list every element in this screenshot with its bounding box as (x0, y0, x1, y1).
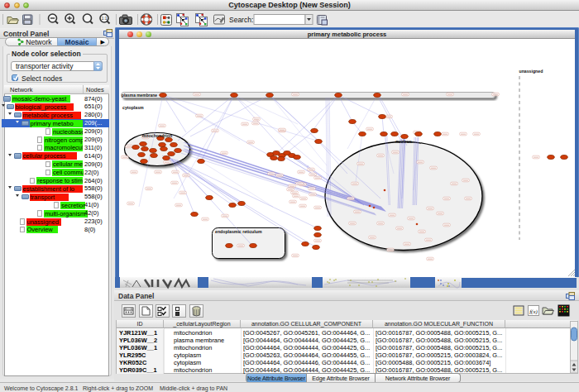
svg-text:Search:: Search: (229, 16, 253, 24)
svg-text:endoplasmic reticulum: endoplasmic reticulum (215, 229, 262, 234)
svg-text:1:1: 1:1 (102, 16, 108, 21)
svg-text:unassigned: unassigned (519, 69, 543, 74)
svg-text:f(x): f(x) (529, 308, 538, 315)
svg-text:mitochondrion: mitochondrion (142, 133, 172, 138)
svg-text:plasma membrane: plasma membrane (122, 93, 157, 98)
svg-text:cytoplasm: cytoplasm (122, 105, 144, 110)
svg-text:nucleus: nucleus (395, 139, 412, 144)
